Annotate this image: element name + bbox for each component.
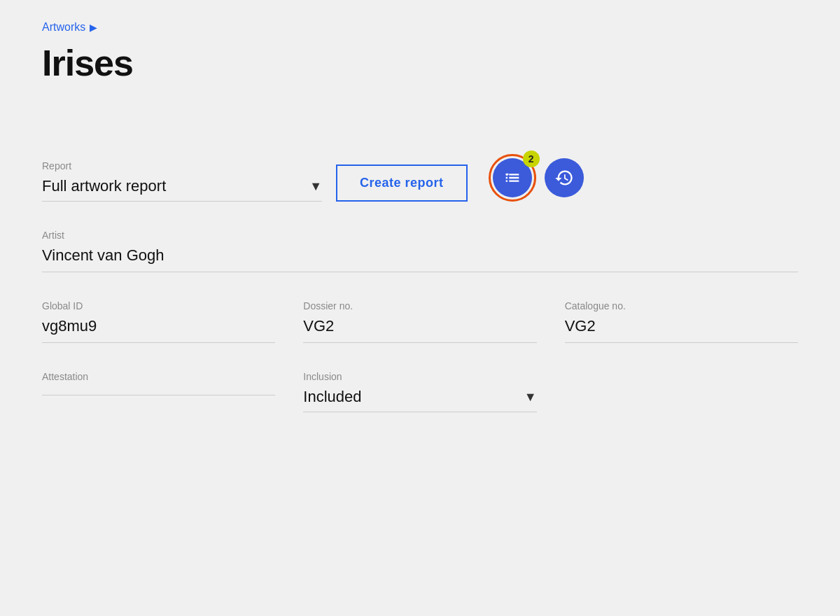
dossier-value: VG2 <box>303 317 536 343</box>
three-col-row: Global ID vg8mu9 Dossier no. VG2 Catalog… <box>42 300 798 343</box>
tasks-badge: 2 <box>523 150 540 167</box>
attestation-label: Attestation <box>42 371 275 382</box>
report-row: Report Full artwork report ▼ Create repo… <box>42 126 798 202</box>
global-id-label: Global ID <box>42 300 275 312</box>
tasks-button-wrapper: 2 <box>489 154 536 202</box>
artist-label: Artist <box>42 230 798 241</box>
report-select-text: Full artwork report <box>42 177 166 195</box>
dossier-label: Dossier no. <box>303 300 536 312</box>
page-container: Artworks ▶ Irises Report Full artwork re… <box>0 0 840 616</box>
inclusion-select-text: Included <box>303 388 361 406</box>
tasks-icon <box>503 168 522 188</box>
breadcrumb: Artworks ▶ <box>42 21 798 34</box>
page-title: Irises <box>42 42 798 84</box>
action-buttons: 2 <box>489 154 584 202</box>
global-id-value: vg8mu9 <box>42 317 275 343</box>
report-dropdown-arrow-icon: ▼ <box>309 179 322 194</box>
catalogue-label: Catalogue no. <box>565 300 798 312</box>
attestation-value <box>42 388 275 396</box>
dossier-col: Dossier no. VG2 <box>303 300 564 343</box>
inclusion-select[interactable]: Included ▼ <box>303 388 536 412</box>
empty-col <box>565 371 798 412</box>
report-select[interactable]: Full artwork report ▼ <box>42 177 322 202</box>
two-col-row: Attestation Inclusion Included ▼ <box>42 371 798 412</box>
inclusion-col: Inclusion Included ▼ <box>303 371 564 412</box>
artist-section: Artist Vincent van Gogh <box>42 230 798 272</box>
catalogue-value: VG2 <box>565 317 798 343</box>
report-select-wrapper: Report Full artwork report ▼ <box>42 160 322 202</box>
create-report-button[interactable]: Create report <box>336 164 468 202</box>
inclusion-dropdown-arrow-icon: ▼ <box>524 390 537 405</box>
artist-value: Vincent van Gogh <box>42 246 798 272</box>
global-id-col: Global ID vg8mu9 <box>42 300 303 343</box>
report-label: Report <box>42 160 322 172</box>
catalogue-col: Catalogue no. VG2 <box>565 300 798 343</box>
history-button[interactable] <box>545 158 584 197</box>
inclusion-label: Inclusion <box>303 371 536 382</box>
breadcrumb-separator: ▶ <box>90 22 97 33</box>
attestation-col: Attestation <box>42 371 303 412</box>
history-icon <box>554 168 574 188</box>
breadcrumb-link[interactable]: Artworks <box>42 21 85 34</box>
